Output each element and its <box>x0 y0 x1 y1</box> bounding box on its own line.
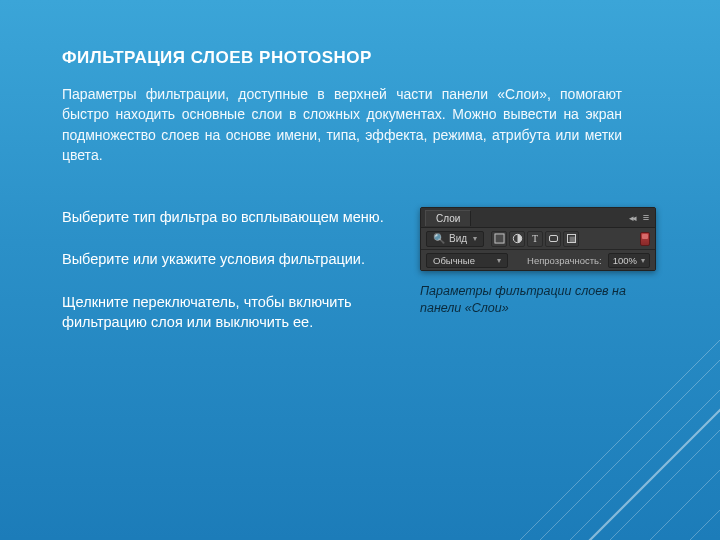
filter-icon-group: T <box>491 231 579 247</box>
collapse-icon[interactable]: ◂◂ <box>629 213 637 223</box>
opacity-value: 100% <box>613 255 637 266</box>
filter-type-icon[interactable]: T <box>527 231 543 247</box>
blend-mode-value: Обычные <box>433 255 475 266</box>
step-3: Щелкните переключатель, чтобы включить ф… <box>62 292 392 333</box>
filter-smart-icon[interactable] <box>563 231 579 247</box>
chevron-down-icon: ▾ <box>473 234 477 243</box>
panel-caption: Параметры фильтрации слоев на панели «Сл… <box>420 283 650 317</box>
panel-tabbar: Слои ◂◂ ≡ <box>421 208 655 228</box>
filter-toggle-switch[interactable] <box>640 232 650 246</box>
search-icon: 🔍 <box>433 233 445 244</box>
filter-type-label: Вид <box>449 233 467 244</box>
steps-list: Выберите тип фильтра во всплывающем меню… <box>62 207 392 354</box>
filter-shape-icon[interactable] <box>545 231 561 247</box>
step-2: Выберите или укажите условия фильтрации. <box>62 249 392 269</box>
page-title: ФИЛЬТРАЦИЯ СЛОЕВ PHOTOSHOP <box>62 48 658 68</box>
chevron-down-icon: ▾ <box>641 256 645 265</box>
filter-pixel-icon[interactable] <box>491 231 507 247</box>
panel-menu-icon[interactable]: ≡ <box>637 212 651 223</box>
lower-section: Выберите тип фильтра во всплывающем меню… <box>62 207 658 354</box>
filter-bar: 🔍 Вид ▾ T <box>421 228 655 250</box>
svg-rect-13 <box>570 237 576 243</box>
blend-row: Обычные ▾ Непрозрачность: 100% ▾ <box>421 250 655 270</box>
svg-rect-9 <box>495 234 504 243</box>
layers-panel: Слои ◂◂ ≡ 🔍 Вид ▾ <box>420 207 656 271</box>
filter-type-dropdown[interactable]: 🔍 Вид ▾ <box>426 231 484 247</box>
panel-column: Слои ◂◂ ≡ 🔍 Вид ▾ <box>420 207 658 317</box>
chevron-down-icon: ▾ <box>497 256 501 265</box>
filter-adjustment-icon[interactable] <box>509 231 525 247</box>
blend-mode-dropdown[interactable]: Обычные ▾ <box>426 253 508 268</box>
intro-paragraph: Параметры фильтрации, доступные в верхне… <box>62 84 622 165</box>
panel-tab-layers[interactable]: Слои <box>425 210 471 226</box>
svg-rect-11 <box>549 236 557 242</box>
slide: ФИЛЬТРАЦИЯ СЛОЕВ PHOTOSHOP Параметры фил… <box>0 0 720 540</box>
opacity-label: Непрозрачность: <box>527 255 602 266</box>
opacity-field[interactable]: 100% ▾ <box>608 253 650 268</box>
step-1: Выберите тип фильтра во всплывающем меню… <box>62 207 392 227</box>
